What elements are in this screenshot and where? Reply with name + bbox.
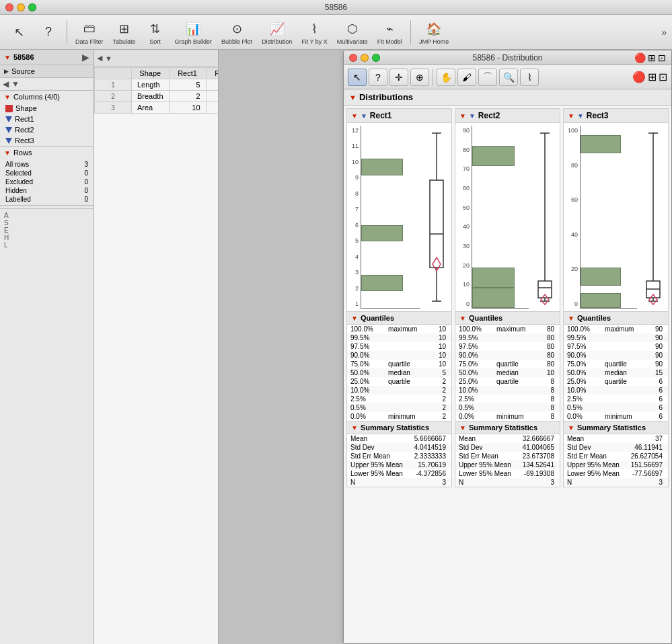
q-row: 25.0%quartile2 (347, 377, 451, 386)
rect2-col-header: ▼ ▼ Rect2 (455, 109, 560, 123)
jmp-home-icon: 🏠 (424, 19, 443, 38)
q-pct: 90.0% (564, 351, 601, 360)
dist-help-tool[interactable]: ? (369, 69, 387, 86)
table-row: 1 Length 5 10 15 (95, 79, 219, 91)
dist-icon-1[interactable]: 🔴 (634, 52, 646, 63)
dist-crosshair-tool[interactable]: ✛ (389, 69, 408, 86)
rows-hidden-value: 0 (84, 187, 88, 194)
toolbar-fit-y[interactable]: ⌇ Fit Y by X (298, 17, 331, 47)
toolbar-data-filter[interactable]: 🗃 Data Filter (72, 17, 107, 47)
s-row: N3 (455, 478, 560, 487)
q-pct: 10.0% (347, 386, 385, 395)
bubble-plot-icon: ⊙ (227, 19, 246, 38)
rect1-col-header: ▼ ▼ Rect1 (347, 109, 451, 123)
column-item-shape[interactable]: Shape (0, 103, 94, 114)
app-title-bar: 58586 (0, 0, 672, 15)
dist-brush-tool[interactable]: 🖌 (457, 69, 476, 86)
dist-lasso-tool[interactable]: ⌒ (478, 69, 497, 86)
rect2-summary: ▼ Summary Statistics Mean32.666667 Std D… (455, 421, 560, 487)
dist-tb-icon-1[interactable]: 🔴 (632, 71, 646, 83)
q-label (601, 403, 647, 412)
toolbar-distribution[interactable]: 📈 Distribution (258, 17, 295, 47)
rect1-summary-header: ▼ Summary Statistics (347, 421, 451, 434)
dist-icon-2[interactable]: ⊞ (648, 52, 656, 63)
rect3-bar-top (581, 135, 621, 153)
dist-toolbar: ↖ ? ✛ ⊕ ✋ 🖌 ⌒ 🔍 ⌇ 🔴 ⊞ ⊡ (344, 65, 671, 89)
s-row: Std Dev4.0414519 (347, 443, 451, 452)
row-num-3: 3 (95, 102, 132, 114)
dist-tb-icon-3[interactable]: ⊡ (659, 71, 667, 83)
data-table: Shape Rect1 Rect2 Rect3 1 Length 5 10 15 (94, 67, 219, 114)
s-val: 26.627054 (626, 452, 668, 460)
toolbar-expand-icon[interactable]: » (661, 27, 667, 38)
panel-expand-icon[interactable]: ▶ (82, 52, 89, 63)
q-val: 6 (647, 395, 668, 403)
q-val: 2 (431, 395, 451, 403)
dt-nav-left-icon[interactable]: ◀ (97, 54, 102, 63)
y-label-20b: 20 (571, 266, 578, 272)
rect3-blue-triangle: ▼ (577, 112, 584, 120)
q-val: 90 (647, 342, 668, 351)
q-label: quartile (385, 360, 431, 368)
toolbar-tabulate[interactable]: ⊞ Tabulate (110, 17, 139, 47)
toolbar-graph-builder[interactable]: 📊 Graph Builder (172, 17, 216, 47)
rect1-down-triangle: ▼ (351, 112, 358, 120)
dist-select-tool[interactable]: 🔍 (499, 69, 518, 86)
s-row: Std Err Mean2.3333333 (347, 452, 451, 460)
toolbar-jmp-home[interactable]: 🏠 JMP Home (416, 17, 452, 47)
rect2-q-triangle: ▼ (459, 315, 466, 322)
dist-axis-tool[interactable]: ⌇ (520, 69, 539, 86)
window-controls[interactable] (5, 3, 36, 11)
letter-labels: A S E H L (0, 208, 94, 251)
toolbar-multivariate[interactable]: ⬡ Multivariate (334, 17, 371, 47)
toolbar-bubble-plot[interactable]: ⊙ Bubble Plot (218, 17, 256, 47)
q-row: 2.5%8 (455, 395, 560, 403)
column-item-rect3[interactable]: Rect3 (0, 135, 94, 146)
nav-right-icon[interactable]: ▼ (11, 79, 20, 89)
y-label-9: 9 (355, 174, 359, 181)
column-item-rect2[interactable]: Rect2 (0, 124, 94, 135)
y-label-60: 60 (571, 196, 578, 203)
dist-hand-tool[interactable]: ✋ (437, 69, 455, 86)
q-val: 8 (539, 395, 560, 403)
rows-selected-row: Selected 0 (5, 169, 88, 177)
q-label (385, 351, 431, 360)
q-label: quartile (493, 377, 539, 386)
s-row: N3 (347, 478, 451, 487)
dist-icon-3[interactable]: ⊡ (658, 52, 666, 63)
dist-max-button[interactable] (372, 54, 380, 62)
dist-column-rect3: ▼ ▼ Rect3 100 80 60 40 (563, 108, 669, 487)
column-item-rect1[interactable]: Rect1 (0, 114, 94, 124)
rect3-y-axis: 100 80 60 40 20 0 (565, 126, 580, 309)
q-row: 25.0%quartile6 (564, 377, 668, 386)
y-label-40: 40 (571, 231, 578, 238)
rect1-quantiles-table: 100.0%maximum10 99.5%10 97.5%10 90.0%10 … (347, 325, 451, 421)
q-val: 6 (647, 386, 668, 395)
y-label-1: 1 (355, 300, 359, 307)
rows-all-row: All rows 3 (5, 160, 88, 169)
rect3-quantiles-header: ▼ Quantiles (564, 312, 668, 325)
close-button[interactable] (5, 3, 13, 11)
dist-min-button[interactable] (361, 54, 369, 62)
q-row: 0.5%6 (564, 403, 668, 412)
toolbar-fit-model[interactable]: ⌁ Fit Model (374, 17, 406, 47)
rect3-summary-table: Mean37 Std Dev46.11941 Std Err Mean26.62… (564, 434, 668, 487)
q-label: minimum (385, 412, 431, 421)
maximize-button[interactable] (28, 3, 36, 11)
minimize-button[interactable] (17, 3, 25, 11)
s-val: 32.666667 (517, 434, 560, 443)
nav-left-icon[interactable]: ◀ (3, 79, 9, 89)
q-pct: 75.0% (347, 360, 385, 368)
dist-window-controls[interactable] (349, 54, 380, 62)
dist-tb-icon-2[interactable]: ⊞ (648, 71, 657, 83)
toolbar-help[interactable]: ? (35, 21, 62, 44)
q-row: 99.5%80 (455, 333, 560, 342)
q-row: 0.5%2 (347, 403, 451, 412)
dist-close-button[interactable] (349, 54, 357, 62)
toolbar-sort[interactable]: ⇅ Sort (142, 17, 169, 47)
rect3-histogram (580, 126, 637, 309)
dist-zoom-tool[interactable]: ⊕ (410, 69, 429, 86)
dist-cursor-tool[interactable]: ↖ (348, 69, 367, 86)
toolbar-cursor[interactable]: ↖ (5, 21, 32, 44)
dt-nav-down-icon[interactable]: ▼ (105, 54, 112, 63)
